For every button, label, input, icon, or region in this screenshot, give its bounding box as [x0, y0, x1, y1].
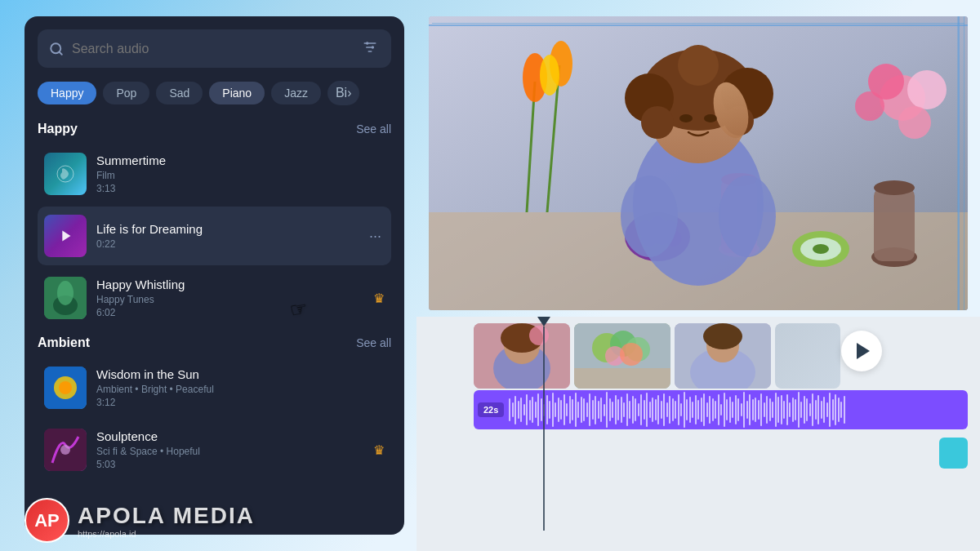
- svg-point-16: [60, 445, 70, 455]
- watermark-text: APOLA MEDIA https://apola.id: [78, 503, 255, 539]
- svg-point-35: [874, 180, 915, 195]
- filter-button[interactable]: [360, 38, 380, 60]
- svg-point-39: [898, 106, 931, 139]
- track-actions-whistling: ♛: [373, 291, 385, 306]
- tag-sad[interactable]: Sad: [156, 82, 203, 104]
- frame-deco-1: [432, 23, 964, 24]
- frame-deco-2: [964, 16, 964, 310]
- track-name-soul: Soulptence: [96, 429, 363, 443]
- play-icon: [857, 343, 870, 359]
- playhead-line: [543, 327, 545, 531]
- track-summertime[interactable]: Summertime Film 3:13: [38, 144, 391, 203]
- track-soul[interactable]: Soulptence Sci fi & Space • Hopeful 5:03…: [38, 420, 391, 479]
- track-name-summertime: Summertime: [96, 153, 385, 167]
- svg-point-6: [372, 46, 374, 48]
- svg-point-32: [813, 244, 829, 254]
- track-name-whistling: Happy Whistling: [96, 278, 363, 291]
- svg-point-11: [57, 281, 74, 305]
- clip-1[interactable]: [474, 323, 570, 389]
- cursor: ☞: [288, 296, 310, 322]
- tag-piano[interactable]: Piano: [209, 82, 265, 104]
- track-info-summertime: Summertime Film 3:13: [96, 153, 385, 194]
- ambient-section-header: Ambient See all: [38, 335, 391, 350]
- watermark: AP APOLA MEDIA https://apola.id: [24, 498, 255, 543]
- track-info-wisdom: Wisdom in the Sun Ambient • Bright • Pea…: [96, 367, 385, 408]
- track-thumb-soul: [44, 429, 87, 471]
- happy-section-title: Happy: [38, 122, 78, 136]
- watermark-logo: AP: [24, 498, 69, 543]
- crown-icon-soul: ♛: [373, 442, 385, 458]
- ambient-see-all[interactable]: See all: [356, 336, 391, 349]
- track-thumb-summertime: [44, 153, 87, 195]
- svg-point-51: [641, 106, 674, 139]
- play-button[interactable]: [841, 331, 882, 371]
- clip-3[interactable]: [675, 323, 771, 389]
- right-panel: 22s: [416, 16, 980, 551]
- tag-jazz[interactable]: Jazz: [271, 82, 321, 104]
- tag-more[interactable]: Bi›: [327, 81, 360, 105]
- track-actions-soul: ♛: [373, 442, 385, 458]
- track-name-wisdom: Wisdom in the Sun: [96, 367, 385, 381]
- crown-icon-whistling: ♛: [373, 291, 385, 306]
- svg-rect-34: [874, 188, 915, 261]
- search-icon: [49, 42, 64, 56]
- frame-deco-3: [957, 16, 958, 310]
- svg-point-56: [704, 114, 717, 122]
- track-dreaming[interactable]: Life is for Dreaming 0:22 ···: [38, 207, 391, 265]
- more-options-button[interactable]: ···: [366, 224, 385, 248]
- track-whistling[interactable]: Happy Whistling Happy Tunes 6:02 ♛: [38, 269, 391, 327]
- track-info-whistling: Happy Whistling Happy Tunes 6:02: [96, 278, 363, 318]
- frame-line-top: [429, 24, 968, 26]
- clip-4[interactable]: [775, 323, 840, 389]
- audio-track-2[interactable]: [939, 438, 968, 469]
- svg-point-69: [620, 343, 643, 366]
- track-duration-summertime: 3:13: [96, 183, 385, 194]
- svg-point-5: [366, 42, 368, 44]
- audio-search-panel: Happy Pop Sad Piano Jazz Bi› Happy See a…: [24, 16, 404, 535]
- filter-icon: [362, 39, 378, 56]
- svg-point-14: [59, 381, 72, 394]
- frame-line-right: [958, 16, 960, 310]
- track-actions-dreaming: ···: [366, 224, 385, 248]
- track-genre-soul: Sci fi & Space • Hopeful: [96, 446, 363, 457]
- tag-pop[interactable]: Pop: [103, 82, 149, 104]
- waveform: [504, 390, 968, 429]
- svg-point-53: [678, 45, 719, 86]
- track-duration-soul: 5:03: [96, 459, 363, 470]
- track-wisdom[interactable]: Wisdom in the Sun Ambient • Bright • Pea…: [38, 358, 391, 417]
- genre-tags: Happy Pop Sad Piano Jazz Bi›: [38, 81, 391, 105]
- track-info-dreaming: Life is for Dreaming 0:22: [96, 222, 356, 250]
- track-duration-whistling: 6:02: [96, 307, 363, 318]
- track-thumb-wisdom: [44, 367, 87, 409]
- svg-point-58: [719, 176, 776, 257]
- watermark-title: APOLA MEDIA: [78, 503, 255, 529]
- track-thumb-whistling: [44, 277, 87, 319]
- svg-rect-70: [574, 368, 670, 389]
- video-background: [429, 16, 968, 310]
- track-genre-summertime: Film: [96, 170, 385, 181]
- search-input[interactable]: [72, 42, 352, 56]
- tag-happy[interactable]: Happy: [38, 82, 96, 104]
- track-duration-wisdom: 3:12: [96, 397, 385, 408]
- track-duration-dreaming: 0:22: [96, 238, 356, 250]
- audio-track-label: 22s: [478, 402, 504, 417]
- track-name-dreaming: Life is for Dreaming: [96, 222, 356, 236]
- track-genre-wisdom: Ambient • Bright • Peaceful: [96, 384, 385, 395]
- clips-strip: [416, 317, 980, 394]
- timeline: 22s: [416, 317, 980, 551]
- search-bar[interactable]: [38, 29, 391, 68]
- svg-point-55: [679, 114, 693, 122]
- clip-2[interactable]: [574, 323, 670, 389]
- track-genre-whistling: Happy Tunes: [96, 294, 363, 305]
- watermark-url: https://apola.id: [78, 529, 255, 539]
- svg-point-40: [855, 91, 884, 121]
- svg-point-38: [907, 70, 947, 109]
- svg-line-1: [59, 51, 61, 54]
- happy-see-all[interactable]: See all: [356, 122, 391, 136]
- ambient-section-title: Ambient: [38, 335, 90, 350]
- playhead-triangle: [537, 317, 550, 327]
- svg-point-74: [703, 323, 742, 349]
- video-preview: [429, 16, 968, 310]
- playhead: [537, 317, 550, 531]
- happy-section-header: Happy See all: [38, 122, 391, 136]
